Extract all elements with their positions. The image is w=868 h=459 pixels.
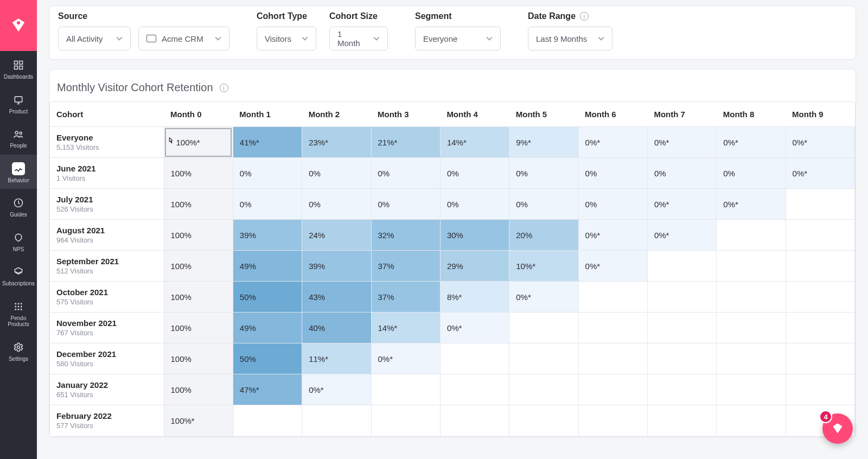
nav-guides[interactable]: Guides: [0, 189, 37, 224]
cohort-cell[interactable]: December 2021580 Visitors: [50, 343, 164, 374]
retention-cell[interactable]: 0%*: [509, 282, 578, 313]
retention-cell[interactable]: 14%*: [371, 313, 440, 343]
retention-cell[interactable]: 100%: [164, 343, 233, 374]
retention-cell[interactable]: 50%: [233, 282, 302, 313]
retention-cell[interactable]: 0%*: [717, 189, 786, 220]
retention-cell[interactable]: 29%: [440, 251, 509, 282]
retention-cell[interactable]: 0%*: [578, 127, 647, 158]
retention-cell[interactable]: 39%: [302, 251, 371, 282]
retention-cell[interactable]: 100%: [164, 158, 233, 189]
retention-cell[interactable]: 32%: [371, 220, 440, 251]
retention-cell[interactable]: 100%: [164, 189, 233, 220]
retention-cell[interactable]: 0%: [371, 189, 440, 220]
activity-select[interactable]: All Activity: [58, 27, 131, 50]
cohort-subtext: 577 Visitors: [56, 422, 157, 430]
retention-cell[interactable]: 8%*: [440, 282, 509, 313]
retention-cell[interactable]: 50%: [233, 343, 302, 374]
cohort-cell[interactable]: July 2021526 Visitors: [50, 189, 164, 220]
retention-cell[interactable]: 30%: [440, 220, 509, 251]
retention-cell[interactable]: 0%: [647, 158, 716, 189]
info-icon[interactable]: i: [580, 12, 589, 21]
retention-cell[interactable]: 0%: [233, 189, 302, 220]
cohort-name: February 2022: [56, 411, 157, 420]
nav-subscriptions[interactable]: Subscriptions: [0, 258, 37, 292]
nav-nps[interactable]: NPS: [0, 224, 37, 258]
retention-cell[interactable]: 11%*: [302, 343, 371, 374]
retention-cell[interactable]: 0%*: [371, 343, 440, 374]
retention-cell: [647, 282, 716, 313]
retention-cell[interactable]: 47%*: [233, 374, 302, 405]
retention-cell[interactable]: 0%*: [440, 313, 509, 343]
retention-cell[interactable]: 100%: [164, 374, 233, 405]
retention-cell[interactable]: 0%*: [786, 127, 854, 158]
cohort-cell[interactable]: September 2021512 Visitors: [50, 251, 164, 282]
nav-settings[interactable]: Settings: [0, 333, 37, 368]
retention-cell[interactable]: 0%*: [647, 127, 716, 158]
nav-dashboards[interactable]: Dashboards: [0, 51, 37, 86]
retention-cell[interactable]: 20%: [509, 220, 578, 251]
nav-product[interactable]: Product: [0, 86, 37, 120]
retention-cell[interactable]: 24%: [302, 220, 371, 251]
help-launcher-button[interactable]: 4: [822, 413, 853, 444]
retention-cell[interactable]: 23%*: [302, 127, 371, 158]
retention-cell[interactable]: 100%: [164, 251, 233, 282]
retention-cell[interactable]: 21%*: [371, 127, 440, 158]
retention-cell[interactable]: 100%: [164, 313, 233, 343]
segment-select[interactable]: Everyone: [415, 27, 501, 50]
retention-cell[interactable]: 14%*: [440, 127, 509, 158]
product-select[interactable]: Acme CRM: [138, 27, 229, 50]
retention-cell[interactable]: 0%*: [578, 220, 647, 251]
cohort-cell[interactable]: October 2021575 Visitors: [50, 282, 164, 313]
col-header-month: Month 9: [786, 102, 854, 127]
retention-cell[interactable]: 0%: [509, 189, 578, 220]
retention-cell[interactable]: 49%: [233, 313, 302, 343]
retention-cell[interactable]: 43%: [302, 282, 371, 313]
cohort-size-select[interactable]: 1 Month: [329, 27, 388, 50]
retention-cell[interactable]: 9%*: [509, 127, 578, 158]
cohort-cell[interactable]: November 2021767 Visitors: [50, 313, 164, 343]
retention-cell[interactable]: 49%: [233, 251, 302, 282]
app-logo[interactable]: [0, 0, 37, 51]
retention-cell[interactable]: 0%*: [578, 251, 647, 282]
cohort-type-select[interactable]: Visitors: [257, 27, 316, 50]
retention-cell[interactable]: 37%: [371, 282, 440, 313]
retention-cell[interactable]: 100%: [164, 282, 233, 313]
retention-cell[interactable]: 0%: [233, 158, 302, 189]
retention-cell[interactable]: 100%: [164, 220, 233, 251]
nav-people[interactable]: People: [0, 120, 37, 155]
cohort-cell[interactable]: January 2022651 Visitors: [50, 374, 164, 405]
retention-cell[interactable]: 0%*: [302, 374, 371, 405]
retention-cell[interactable]: 0%: [578, 189, 647, 220]
retention-cell[interactable]: 39%: [233, 220, 302, 251]
info-icon[interactable]: i: [220, 84, 228, 92]
retention-cell[interactable]: 100%*: [164, 405, 233, 436]
retention-cell[interactable]: 10%*: [509, 251, 578, 282]
retention-cell[interactable]: 0%: [440, 189, 509, 220]
nav-label: Subscriptions: [2, 280, 35, 287]
retention-cell[interactable]: 0%*: [717, 127, 786, 158]
retention-cell[interactable]: 0%: [371, 158, 440, 189]
date-range-select[interactable]: Last 9 Months: [528, 27, 612, 50]
retention-cell[interactable]: 0%: [302, 189, 371, 220]
retention-cell[interactable]: 0%: [578, 158, 647, 189]
retention-cell[interactable]: 0%: [717, 158, 786, 189]
cohort-cell[interactable]: Everyone5,153 Visitors: [50, 127, 164, 158]
nav-pendo-products[interactable]: Pendo Products: [0, 292, 37, 333]
retention-cell[interactable]: 40%: [302, 313, 371, 343]
cohort-cell[interactable]: February 2022577 Visitors: [50, 405, 164, 436]
cohort-cell[interactable]: June 20211 Visitors: [50, 158, 164, 189]
retention-cell[interactable]: 41%*: [233, 127, 302, 158]
svg-rect-1: [15, 61, 18, 65]
retention-cell[interactable]: 0%: [302, 158, 371, 189]
retention-cell[interactable]: 0%*: [786, 158, 854, 189]
sidebar: Dashboards Product People Behavior Guide…: [0, 0, 37, 459]
nav-behavior[interactable]: Behavior: [0, 155, 37, 189]
retention-cell[interactable]: 100%*: [164, 127, 233, 158]
retention-cell[interactable]: 0%*: [647, 189, 716, 220]
retention-cell[interactable]: 0%: [509, 158, 578, 189]
cohort-cell[interactable]: August 2021964 Visitors: [50, 220, 164, 251]
retention-cell[interactable]: 0%: [440, 158, 509, 189]
retention-cell[interactable]: 37%: [371, 251, 440, 282]
table-row: January 2022651 Visitors100%47%*0%*: [50, 374, 855, 405]
retention-cell[interactable]: 0%*: [647, 220, 716, 251]
